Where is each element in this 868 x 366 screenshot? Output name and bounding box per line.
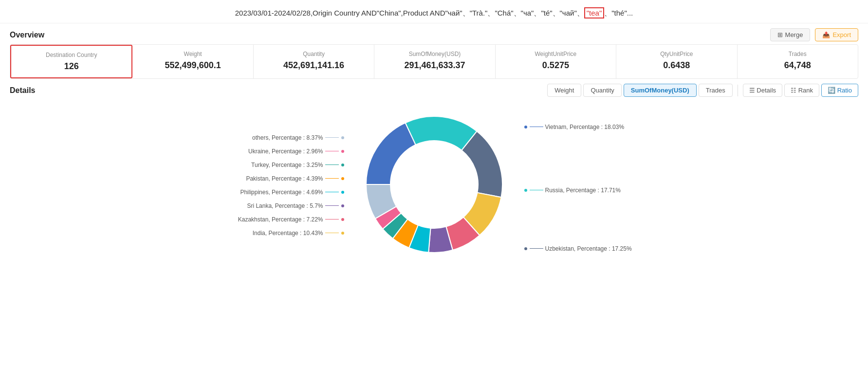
stat-cell-trades: Trades64,748 bbox=[738, 45, 858, 78]
overview-header: Overview ⊞ Merge 📤 Export bbox=[0, 23, 868, 44]
merge-button[interactable]: ⊞ Merge bbox=[770, 28, 811, 41]
tab-group: WeightQuantitySumOfMoney(USD)Trades bbox=[547, 84, 733, 97]
dot-right bbox=[524, 247, 527, 250]
stat-cell-weight: Weight552,499,600.1 bbox=[132, 45, 253, 78]
donut-chart bbox=[351, 102, 517, 269]
stat-cell-weightunitprice: WeightUnitPrice0.5275 bbox=[496, 45, 616, 78]
export-button[interactable]: 📤 Export bbox=[815, 28, 858, 41]
query-text: 2023/03/01-2024/02/28,Origin Country AND… bbox=[235, 9, 584, 17]
stat-cell-qtyunitprice: QtyUnitPrice0.6438 bbox=[616, 45, 737, 78]
label-left-philippines: Philippines, Percentage : 4.69% bbox=[240, 187, 346, 197]
label-left-sri-lanka: Sri Lanka, Percentage : 5.7% bbox=[247, 201, 346, 211]
label-left-others: others, Percentage : 8.37% bbox=[252, 133, 346, 143]
tab-quantity[interactable]: Quantity bbox=[583, 84, 621, 97]
tab-sumofmoney-usd-[interactable]: SumOfMoney(USD) bbox=[624, 84, 697, 97]
header-actions: ⊞ Merge 📤 Export bbox=[770, 28, 858, 41]
connector-left bbox=[325, 219, 339, 220]
overview-title: Overview bbox=[10, 31, 44, 39]
connector-left bbox=[325, 205, 339, 206]
dot-right bbox=[524, 189, 527, 192]
segment-vietnam[interactable] bbox=[366, 123, 416, 184]
dot-left bbox=[341, 136, 344, 139]
chart-wrapper: others, Percentage : 8.37%Ukraine, Perce… bbox=[10, 102, 858, 269]
connector-left bbox=[325, 192, 339, 192]
query-bar: 2023/03/01-2024/02/28,Origin Country AND… bbox=[0, 0, 868, 23]
label-left-turkey: Turkey, Percentage : 3.25% bbox=[251, 160, 346, 170]
label-left-ukraine: Ukraine, Percentage : 2.96% bbox=[248, 146, 346, 156]
label-right-russia: Russia, Percentage : 17.71% bbox=[522, 185, 621, 195]
overview-stats: Destination Country126Weight552,499,600.… bbox=[10, 44, 858, 79]
donut-svg bbox=[351, 102, 517, 267]
connector-right bbox=[530, 127, 543, 127]
labels-right: Vietnam, Percentage : 18.03%Russia, Perc… bbox=[517, 117, 673, 254]
dot-left bbox=[341, 150, 344, 153]
connector-right bbox=[530, 248, 543, 249]
connector-left bbox=[325, 137, 339, 138]
tab-weight[interactable]: Weight bbox=[547, 84, 581, 97]
dot-left bbox=[341, 218, 344, 221]
stat-cell-quantity: Quantity452,691,141.16 bbox=[254, 45, 374, 78]
label-left-kazakhstan: Kazakhstan, Percentage : 7.22% bbox=[238, 215, 347, 224]
stat-cell-destination-country: Destination Country126 bbox=[10, 45, 132, 78]
connector-left bbox=[325, 165, 339, 165]
dot-left bbox=[341, 164, 344, 166]
stat-cell-sumofmoney-usd-: SumOfMoney(USD)291,461,633.37 bbox=[374, 45, 495, 78]
label-right-uzbekistan: Uzbekistan, Percentage : 17.25% bbox=[522, 244, 632, 254]
details-title: Details bbox=[10, 86, 35, 95]
dot-left bbox=[341, 204, 344, 207]
connector-right bbox=[530, 190, 543, 190]
tab-trades[interactable]: Trades bbox=[699, 84, 733, 97]
merge-icon: ⊞ bbox=[777, 31, 783, 38]
connector-left bbox=[325, 178, 339, 179]
dot-left bbox=[341, 232, 344, 235]
details-section: Details WeightQuantitySumOfMoney(USD)Tra… bbox=[0, 79, 868, 269]
query-highlight: "tea" bbox=[584, 7, 605, 18]
dot-left bbox=[341, 177, 344, 180]
connector-left bbox=[325, 233, 339, 233]
label-right-vietnam: Vietnam, Percentage : 18.03% bbox=[522, 122, 625, 132]
details-controls: WeightQuantitySumOfMoney(USD)Trades ☰ De… bbox=[547, 84, 858, 97]
view-btn-ratio[interactable]: 🔄 Ratio bbox=[821, 84, 858, 97]
label-left-india: India, Percentage : 10.43% bbox=[253, 228, 347, 238]
dot-right bbox=[524, 126, 527, 128]
view-group: ☰ Details☷ Rank🔄 Ratio bbox=[743, 84, 858, 97]
divider bbox=[738, 85, 738, 96]
view-btn-details[interactable]: ☰ Details bbox=[743, 84, 782, 97]
dot-left bbox=[341, 191, 344, 194]
view-btn-rank[interactable]: ☷ Rank bbox=[784, 84, 819, 97]
details-header: Details WeightQuantitySumOfMoney(USD)Tra… bbox=[10, 84, 858, 97]
labels-left: others, Percentage : 8.37%Ukraine, Perce… bbox=[196, 133, 351, 238]
connector-left bbox=[325, 151, 339, 151]
query-suffix: 、"thé"... bbox=[604, 9, 633, 17]
export-icon: 📤 bbox=[822, 31, 830, 38]
label-left-pakistan: Pakistan, Percentage : 4.39% bbox=[246, 174, 346, 183]
